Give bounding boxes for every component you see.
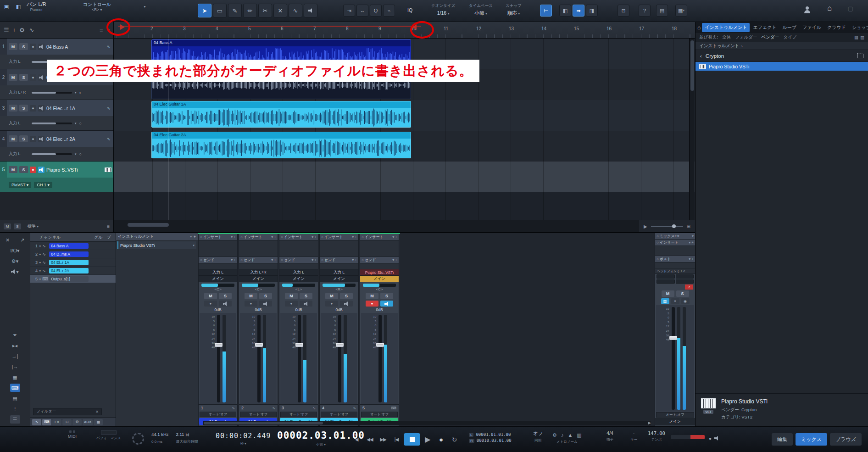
insert-slots[interactable] <box>199 240 237 257</box>
tab-files[interactable]: ファイル <box>800 23 824 32</box>
pan-knob-icon[interactable]: ◐ <box>79 90 82 95</box>
add-send-button[interactable]: + <box>274 258 276 262</box>
loop-range-display[interactable]: L00001.01.01.00 R00010.03.01.00 <box>469 432 512 443</box>
mute-button[interactable]: M <box>9 166 17 173</box>
monitor-button[interactable] <box>38 136 45 142</box>
tab-cloud[interactable]: クラウド <box>824 23 849 32</box>
send-section-header[interactable]: ○ センド ▾ + <box>360 257 399 263</box>
channel-name-chip[interactable]: 04 Bass A <box>49 243 89 249</box>
sort-type[interactable]: タイプ <box>783 34 796 40</box>
channel-output-selector[interactable]: メイン <box>199 276 237 282</box>
record-arm-button[interactable]: ● <box>30 136 36 142</box>
dim-icon[interactable]: ● <box>709 436 712 441</box>
add-send-button[interactable]: + <box>314 258 317 262</box>
send-collapse-icon[interactable]: ▾ <box>271 258 273 262</box>
channel-list-row[interactable]: 2 ● ∿ 04 D..ms A <box>30 250 116 258</box>
add-insert-button[interactable]: + <box>395 235 397 239</box>
speaker-icon[interactable] <box>714 436 719 441</box>
fader-cap[interactable] <box>215 343 223 347</box>
track-name[interactable]: Piapro S..VSTi <box>46 167 103 173</box>
track-row[interactable]: 4 M S ● 04 Elec ..r 2A ∿ 入力 L ▾ ○ <box>0 131 113 162</box>
insert-slots[interactable] <box>320 240 358 257</box>
strip-solo-button[interactable]: S <box>300 293 312 299</box>
timestretch-toggle[interactable]: ⌁ <box>383 5 395 17</box>
groups-view-icon[interactable]: ▤ <box>10 394 20 402</box>
channel-name-chip[interactable]: 04 D..ms A <box>49 251 89 257</box>
channel-filter-input[interactable]: フィルター ✕ <box>33 408 102 415</box>
input-quantize-toggle[interactable]: IQ <box>407 7 412 13</box>
fit-toggle[interactable]: ↔ <box>356 5 368 17</box>
track-list-options-icon[interactable]: ≡ <box>107 224 110 229</box>
volume-fader[interactable] <box>338 315 341 402</box>
power-icon[interactable]: ○ <box>200 235 202 239</box>
add-post-button[interactable]: + <box>691 257 694 261</box>
volume-fader[interactable] <box>378 315 382 402</box>
volume-fader[interactable] <box>298 315 301 402</box>
add-insert-button[interactable]: + <box>691 240 694 245</box>
bus-tab-icon[interactable]: ⊟ <box>62 419 72 425</box>
send-collapse-icon[interactable]: ▾ <box>392 258 394 262</box>
automation-mode-button[interactable]: オート:オフ <box>200 412 236 417</box>
master-insert-slots[interactable] <box>655 246 695 256</box>
strip-mute-button[interactable]: M <box>366 293 378 299</box>
global-mute-button[interactable]: M <box>4 223 11 229</box>
home-icon[interactable]: ⌂ <box>826 5 833 12</box>
power-icon[interactable]: ○ <box>281 258 283 262</box>
clip-indicator[interactable]: 7 <box>685 285 693 290</box>
insert-collapse-icon[interactable]: ▾ <box>392 235 394 239</box>
insert-collapse-icon[interactable]: ▾ <box>231 235 233 239</box>
external-view-icon[interactable]: ⫶ <box>10 405 20 413</box>
add-send-button[interactable]: + <box>234 258 236 262</box>
macro-toolbar-toggle[interactable]: ▤ <box>656 5 668 17</box>
io-selector[interactable]: I/O▾ <box>10 246 20 255</box>
channel-active-dot[interactable]: ● <box>39 252 41 256</box>
knife-tool[interactable]: ✂ <box>258 4 272 17</box>
outputs-view-icon[interactable]: |→ <box>10 363 20 371</box>
dropdown-icon[interactable]: ▾ <box>75 91 77 95</box>
channel-output-selector[interactable]: メイン <box>320 276 358 282</box>
right-zone-toggle[interactable]: ◨ <box>586 5 598 17</box>
arrange-vertical-scrollbar[interactable] <box>689 39 695 220</box>
record-arm-button[interactable]: ● <box>30 44 36 50</box>
insert-section-header[interactable]: ○ インサート ▾ + <box>239 234 278 240</box>
browse-view-button[interactable]: ブラウズ <box>830 433 862 446</box>
strip-monitor-button[interactable] <box>219 301 232 307</box>
channel-input-selector[interactable]: 入力 L <box>279 269 318 276</box>
headphones-label[interactable]: ヘッドフォン (. + 2 <box>655 268 695 274</box>
pan-control[interactable]: パン L/R Panner <box>27 2 46 12</box>
mixfx-dropdown-icon[interactable]: ▾ <box>692 234 694 238</box>
sync-selector[interactable]: オフ 同期 <box>533 430 543 443</box>
record-arm-button[interactable]: ● <box>30 105 36 112</box>
insert-section-header[interactable]: ○ インサート ▾ + <box>279 234 318 240</box>
inspector-icon[interactable]: i <box>14 28 15 33</box>
power-icon[interactable]: ○ <box>200 258 202 262</box>
track-tools-icon[interactable]: ⚙ <box>19 27 25 33</box>
insert-collapse-icon[interactable]: ▾ <box>312 235 313 239</box>
sort-all[interactable]: 全体 <box>722 34 731 40</box>
solo-button[interactable]: S <box>19 74 28 81</box>
audio-tab-icon[interactable]: ∿ <box>32 419 41 425</box>
monitor-button[interactable] <box>38 44 45 50</box>
fader-cap[interactable] <box>669 336 677 340</box>
insert-slots[interactable] <box>360 240 399 257</box>
loop-button[interactable]: ↻ <box>448 434 460 445</box>
automation-mode-button[interactable]: オート:オフ <box>280 412 317 417</box>
autoscroll-toggle[interactable]: ⇥ <box>343 5 355 17</box>
channel-name-chip[interactable]: 04 El..r 1A <box>49 260 89 265</box>
solo-button[interactable]: S <box>19 43 28 50</box>
monitor-button-active[interactable] <box>38 167 45 173</box>
power-icon[interactable]: ○ <box>657 234 659 238</box>
channel-name-chip[interactable]: 04 El..r 2A <box>49 268 89 273</box>
track-row[interactable]: 3 M S ● 04 Elec ..r 1A ∿ 入力 L ▾ ○ <box>0 100 113 131</box>
console-list-icon[interactable]: ☰ <box>10 415 20 424</box>
insert-collapse-icon[interactable]: ▾ <box>271 235 273 239</box>
instruments-view-icon[interactable]: ⌨ <box>10 384 20 392</box>
track-name[interactable]: 04 Bass A <box>46 44 105 50</box>
banks-view-icon[interactable]: ▦ <box>10 373 20 381</box>
insert-section-header[interactable]: ○ インサート ▾ + <box>360 234 399 240</box>
notifications-icon[interactable]: ▢ <box>847 5 854 12</box>
play-button[interactable]: ▶ <box>422 434 434 445</box>
channel-active-dot[interactable]: ● <box>39 261 41 264</box>
tab-effects[interactable]: エフェクト <box>750 23 779 32</box>
cue-chip[interactable] <box>676 279 694 284</box>
